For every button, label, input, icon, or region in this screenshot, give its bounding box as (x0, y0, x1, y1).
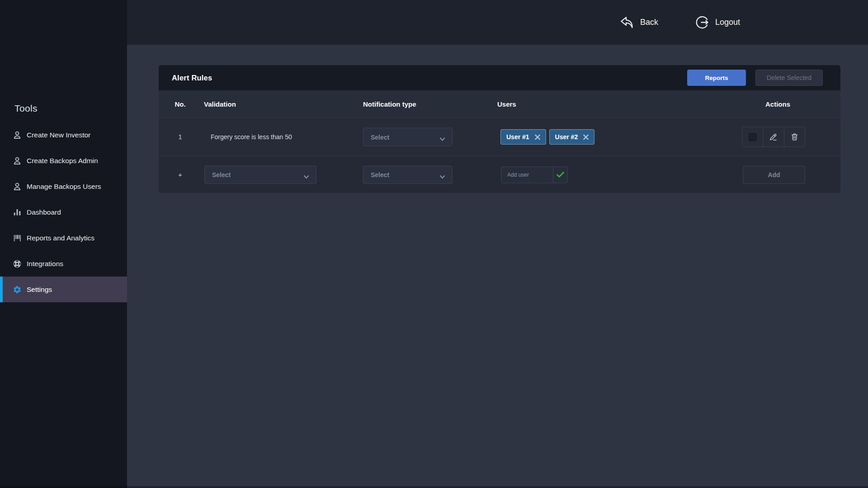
notification-type-select[interactable]: Select (363, 128, 453, 146)
user-chip: User #1 (500, 129, 546, 145)
sidebar-item-label: Dashboard (27, 208, 61, 216)
chevron-down-icon (439, 135, 445, 139)
users-cell: User #1 User #2 (500, 129, 594, 145)
sidebar-item-label: Reports and Analytics (27, 234, 94, 242)
remove-user-icon[interactable] (535, 134, 540, 140)
sidebar-item-label: Create New Investor (27, 131, 90, 139)
edit-action[interactable] (763, 127, 783, 147)
back-arrow-icon (619, 15, 634, 30)
row-checkbox[interactable] (749, 133, 757, 141)
sidebar-item-label: Create Backops Admin (27, 157, 98, 165)
bottom-edge (0, 486, 868, 488)
add-rule-row: + Select Select Add user (159, 156, 840, 193)
person-icon (13, 182, 22, 191)
table-row: 1 Forgery score is less than 50 Select U… (159, 118, 840, 156)
confirm-user-button[interactable] (553, 167, 567, 183)
trash-icon (790, 133, 799, 141)
bar-chart-icon (13, 208, 22, 217)
sidebar: Tools Create New Investor (0, 0, 127, 488)
sidebar-item-reports-and-analytics[interactable]: Reports and Analytics (0, 225, 127, 251)
alert-rules-panel: Alert Rules Reports Delete Selected No. … (159, 65, 840, 193)
delete-action[interactable] (784, 127, 805, 147)
logout-button[interactable]: Logout (695, 0, 740, 45)
select-value: Select (212, 171, 231, 178)
sidebar-item-label: Settings (27, 286, 52, 294)
user-chip-label: User #1 (506, 133, 529, 141)
add-row-plus: + (159, 171, 202, 178)
column-header-users: Users (497, 100, 516, 108)
add-user-input[interactable]: Add user (501, 167, 553, 183)
row-number: 1 (159, 133, 202, 141)
topbar: Back Logout (127, 0, 868, 45)
column-header-actions: Actions (765, 100, 790, 108)
sidebar-item-label: Manage Backops Users (27, 183, 101, 191)
sidebar-item-label: Integrations (27, 260, 63, 268)
sidebar-item-create-backops-admin[interactable]: Create Backops Admin (0, 148, 127, 174)
panel-header: Alert Rules Reports Delete Selected (159, 65, 840, 90)
row-actions (742, 127, 805, 147)
edit-pencil-icon (769, 133, 778, 141)
sidebar-item-settings[interactable]: Settings (0, 277, 127, 302)
chevron-down-icon (439, 173, 445, 177)
sidebar-item-dashboard[interactable]: Dashboard (0, 199, 127, 225)
delete-selected-button[interactable]: Delete Selected (755, 70, 823, 86)
sidebar-item-manage-backops-users[interactable]: Manage Backops Users (0, 174, 127, 199)
table-header-row: No. Validation Notification type Users A… (159, 90, 840, 118)
add-validation-select[interactable]: Select (204, 166, 316, 184)
check-icon (557, 172, 564, 178)
panel-title: Alert Rules (172, 74, 212, 82)
chevron-down-icon (303, 173, 309, 177)
user-chip: User #2 (549, 129, 595, 145)
select-value: Select (371, 133, 389, 141)
sidebar-title: Tools (14, 103, 38, 114)
add-notification-select[interactable]: Select (363, 166, 453, 184)
back-button[interactable]: Back (619, 0, 658, 45)
reports-button[interactable]: Reports (687, 70, 746, 86)
remove-user-icon[interactable] (583, 134, 589, 140)
logout-label: Logout (715, 18, 740, 27)
validation-text: Forgery score is less than 50 (211, 133, 292, 141)
add-user-control: Add user (501, 166, 568, 183)
person-icon (13, 156, 22, 165)
user-chip-label: User #2 (555, 133, 578, 141)
app-window: Tools Create New Investor (0, 0, 868, 488)
add-rule-button[interactable]: Add (743, 166, 805, 184)
gear-icon (13, 285, 22, 294)
sidebar-item-integrations[interactable]: Integrations (0, 251, 127, 277)
logout-icon (695, 15, 709, 29)
person-icon (13, 131, 22, 140)
select-value: Select (371, 171, 389, 178)
add-user-placeholder: Add user (507, 172, 529, 178)
sidebar-nav: Create New Investor Create Backops Admin (0, 122, 127, 302)
column-header-validation: Validation (204, 100, 236, 108)
column-header-no: No. (159, 100, 202, 108)
integrations-wheel-icon (13, 259, 22, 268)
barcode-chart-icon (13, 234, 22, 243)
select-row-cell (742, 127, 763, 147)
sidebar-item-create-new-investor[interactable]: Create New Investor (0, 122, 127, 148)
back-label: Back (640, 18, 658, 27)
column-header-notification-type: Notification type (363, 100, 416, 108)
